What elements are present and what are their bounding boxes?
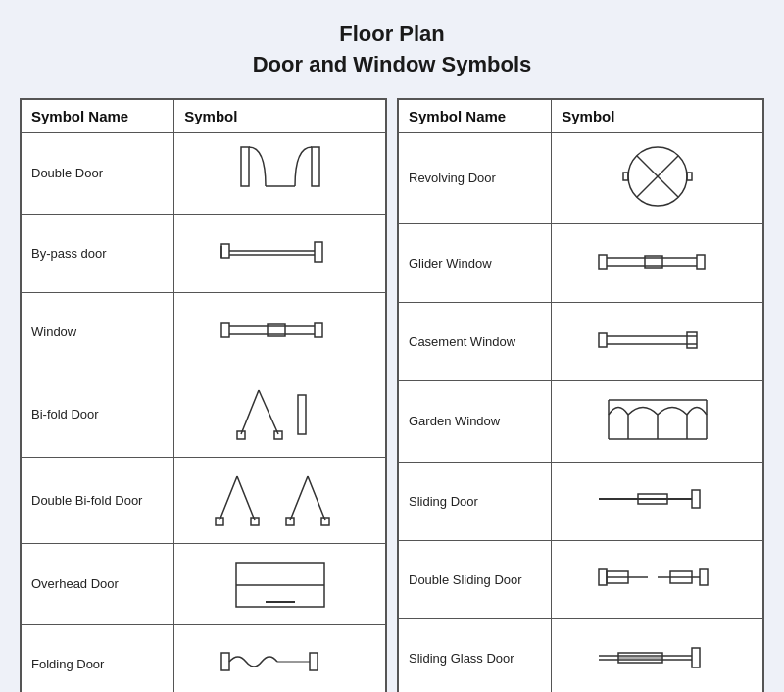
table-row: Sliding Door — [399, 462, 763, 540]
left-table-wrap: Symbol Name Symbol Double Door — [20, 98, 387, 692]
svg-rect-3 — [221, 244, 229, 258]
row-name: Double Door — [22, 132, 174, 214]
table-row: Folding Door — [22, 624, 386, 692]
row-symbol — [174, 457, 386, 543]
row-name: Double Sliding Door — [399, 540, 552, 618]
row-symbol — [174, 371, 386, 457]
glider-window-symbol — [594, 239, 721, 283]
row-name: By-pass door — [22, 214, 174, 292]
garden-window-symbol — [594, 385, 721, 454]
table-row: Glider Window — [399, 223, 763, 302]
table-row: Sliding Glass Door — [399, 618, 763, 692]
right-table: Symbol Name Symbol Revolving Door — [398, 99, 763, 692]
row-symbol — [174, 132, 386, 214]
double-sliding-door-symbol — [594, 553, 721, 602]
folding-door-symbol — [217, 637, 344, 686]
row-symbol — [552, 223, 763, 302]
svg-rect-35 — [623, 173, 628, 180]
left-col2-header: Symbol — [174, 99, 386, 132]
table-row: Window — [22, 292, 386, 371]
double-bifold-door-symbol — [212, 462, 349, 535]
row-name: Glider Window — [399, 223, 552, 302]
row-name: Sliding Door — [399, 462, 552, 540]
row-symbol — [552, 618, 763, 692]
tables-container: Symbol Name Symbol Double Door — [20, 98, 764, 692]
svg-rect-66 — [692, 648, 700, 667]
row-name: Casement Window — [399, 302, 552, 380]
svg-rect-45 — [687, 332, 697, 348]
svg-rect-56 — [599, 569, 607, 585]
table-row: By-pass door — [22, 214, 386, 292]
svg-line-18 — [220, 476, 237, 520]
table-row: Double Door — [22, 132, 386, 214]
table-row: Revolving Door — [399, 132, 763, 223]
svg-rect-0 — [241, 147, 249, 186]
row-name: Sliding Glass Door — [399, 618, 552, 692]
title-line1: Floor Plan — [339, 22, 445, 46]
svg-rect-37 — [599, 255, 607, 269]
table-row: Bi-fold Door — [22, 371, 386, 457]
row-symbol — [552, 540, 763, 618]
svg-rect-36 — [687, 173, 692, 180]
row-symbol — [174, 624, 386, 692]
row-name: Window — [22, 292, 174, 371]
bypass-door-symbol — [217, 226, 344, 275]
right-col1-header: Symbol Name — [399, 99, 552, 132]
title-line2: Door and Window Symbols — [253, 52, 532, 76]
table-row: Double Sliding Door — [399, 540, 763, 618]
svg-line-22 — [290, 476, 308, 520]
table-row: Garden Window — [399, 380, 763, 462]
svg-rect-42 — [599, 333, 607, 347]
right-table-wrap: Symbol Name Symbol Revolving Door — [397, 98, 764, 692]
window-symbol — [217, 308, 344, 352]
svg-rect-41 — [697, 255, 705, 269]
row-name: Revolving Door — [399, 132, 552, 223]
svg-rect-17 — [298, 395, 306, 434]
svg-rect-8 — [221, 323, 229, 337]
row-symbol — [174, 543, 386, 624]
svg-rect-29 — [221, 653, 229, 670]
svg-line-13 — [241, 390, 259, 434]
row-name: Overhead Door — [22, 543, 174, 624]
overhead-door-symbol — [221, 548, 339, 617]
casement-window-symbol — [594, 318, 721, 362]
sliding-door-symbol — [594, 474, 721, 523]
row-symbol — [552, 132, 763, 223]
svg-rect-1 — [312, 147, 319, 186]
table-row: Double Bi-fold Door — [22, 457, 386, 543]
row-symbol — [174, 214, 386, 292]
svg-rect-12 — [315, 323, 322, 337]
svg-line-14 — [259, 390, 278, 434]
svg-rect-61 — [700, 569, 708, 585]
row-symbol — [174, 292, 386, 371]
row-symbol — [552, 462, 763, 540]
revolving-door-symbol — [599, 137, 716, 216]
row-name: Folding Door — [22, 624, 174, 692]
left-col1-header: Symbol Name — [22, 99, 174, 132]
svg-rect-55 — [692, 490, 700, 508]
row-symbol — [552, 380, 763, 462]
left-table: Symbol Name Symbol Double Door — [21, 99, 386, 692]
sliding-glass-door-symbol — [594, 631, 721, 680]
table-row: Casement Window — [399, 302, 763, 380]
row-name: Bi-fold Door — [22, 371, 174, 457]
bifold-door-symbol — [221, 375, 339, 449]
row-symbol — [552, 302, 763, 380]
svg-rect-6 — [315, 242, 322, 262]
right-col2-header: Symbol — [552, 99, 763, 132]
double-door-symbol — [226, 137, 334, 206]
row-name: Garden Window — [399, 380, 552, 462]
row-name: Double Bi-fold Door — [22, 457, 174, 543]
svg-line-23 — [308, 476, 325, 520]
svg-line-19 — [237, 476, 255, 520]
title-block: Floor Plan Door and Window Symbols — [253, 20, 532, 80]
table-row: Overhead Door — [22, 543, 386, 624]
svg-rect-31 — [310, 653, 318, 670]
